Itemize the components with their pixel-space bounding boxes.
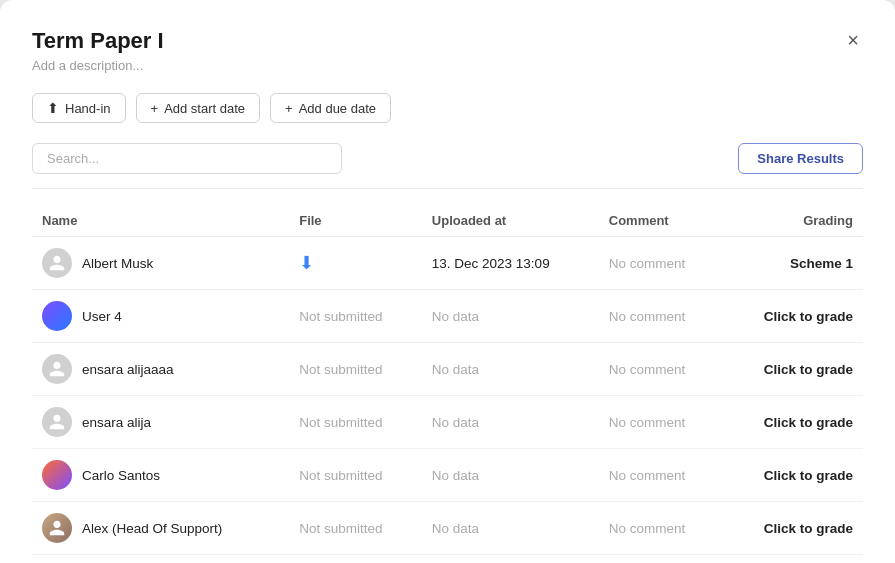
add-start-date-label: Add start date — [164, 101, 245, 116]
uploaded-at-cell: No data — [422, 502, 599, 555]
grading-cell: 1 — [723, 555, 863, 564]
table-row: User 4 Not submitted No data No comment … — [32, 290, 863, 343]
click-to-grade[interactable]: Click to grade — [764, 362, 853, 377]
grading-cell: Scheme 1 — [723, 237, 863, 290]
name-cell: ensara alijaaaa — [32, 343, 289, 396]
file-cell: ⬇ — [289, 555, 422, 564]
uploaded-at-cell: No data — [422, 290, 599, 343]
add-due-date-button[interactable]: + Add due date — [270, 93, 391, 123]
close-button[interactable]: × — [843, 28, 863, 52]
scheme-label: Scheme 1 — [790, 256, 853, 271]
grading-cell[interactable]: Click to grade — [723, 343, 863, 396]
comment-cell: No comment — [599, 343, 723, 396]
not-submitted-label: Not submitted — [299, 415, 382, 430]
file-cell: Not submitted — [289, 396, 422, 449]
comment-cell: No comment — [599, 555, 723, 564]
col-uploaded-at: Uploaded at — [422, 205, 599, 237]
student-name: Carlo Santos — [82, 468, 160, 483]
table-row: ensara alija Not submitted No data No co… — [32, 396, 863, 449]
avatar — [42, 460, 72, 490]
avatar — [42, 513, 72, 543]
grading-cell[interactable]: Click to grade — [723, 502, 863, 555]
comment-cell: No comment — [599, 237, 723, 290]
col-grading: Grading — [723, 205, 863, 237]
table-row: ensara alijaaaa Not submitted No data No… — [32, 343, 863, 396]
file-cell: ⬇ — [289, 237, 422, 290]
uploaded-at-cell: 13. Dec 2023 13:09 — [422, 237, 599, 290]
action-bar: ⬆ Hand-in + Add start date + Add due dat… — [32, 93, 863, 123]
uploaded-at-cell: No data — [422, 449, 599, 502]
comment-cell: No comment — [599, 396, 723, 449]
not-submitted-label: Not submitted — [299, 362, 382, 377]
table-row: Alex (Head Of Support) Not submitted No … — [32, 502, 863, 555]
hand-in-icon: ⬆ — [47, 100, 59, 116]
hand-in-label: Hand-in — [65, 101, 111, 116]
modal-title: Term Paper I — [32, 28, 164, 54]
click-to-grade[interactable]: Click to grade — [764, 521, 853, 536]
click-to-grade[interactable]: Click to grade — [764, 415, 853, 430]
click-to-grade[interactable]: Click to grade — [764, 309, 853, 324]
click-to-grade[interactable]: Click to grade — [764, 468, 853, 483]
name-cell: Carlo Santos — [32, 449, 289, 502]
file-cell: Not submitted — [289, 343, 422, 396]
add-start-date-button[interactable]: + Add start date — [136, 93, 261, 123]
table-header-row: Name File Uploaded at Comment Grading — [32, 205, 863, 237]
file-cell: Not submitted — [289, 449, 422, 502]
comment-cell: No comment — [599, 449, 723, 502]
not-submitted-label: Not submitted — [299, 309, 382, 324]
file-cell: Not submitted — [289, 502, 422, 555]
avatar — [42, 248, 72, 278]
student-name: ensara alija — [82, 415, 151, 430]
student-name: Albert Musk — [82, 256, 153, 271]
student-name: ensara alijaaaa — [82, 362, 174, 377]
uploaded-at-cell: 10. Jan 2024 11:54 — [422, 555, 599, 564]
name-cell: User 4 — [32, 290, 289, 343]
uploaded-at-cell: No data — [422, 396, 599, 449]
file-cell: Not submitted — [289, 290, 422, 343]
add-due-date-label: Add due date — [299, 101, 376, 116]
share-results-button[interactable]: Share Results — [738, 143, 863, 174]
description-text[interactable]: Add a description... — [32, 58, 863, 73]
col-name: Name — [32, 205, 289, 237]
table-row: Carlo Santos Not submitted No data No co… — [32, 449, 863, 502]
uploaded-at-cell: No data — [422, 343, 599, 396]
name-cell: Albert Musk — [32, 237, 289, 290]
avatar — [42, 301, 72, 331]
table-row: Dave van den Brandt ⬇ 10. Jan 2024 11:54… — [32, 555, 863, 564]
name-cell: Dave van den Brandt — [32, 555, 289, 564]
comment-cell: No comment — [599, 502, 723, 555]
student-name: User 4 — [82, 309, 122, 324]
table-row: Albert Musk ⬇ 13. Dec 2023 13:09 No comm… — [32, 237, 863, 290]
download-icon[interactable]: ⬇ — [299, 253, 314, 273]
student-name: Alex (Head Of Support) — [82, 521, 222, 536]
grading-cell[interactable]: Click to grade — [723, 449, 863, 502]
name-cell: ensara alija — [32, 396, 289, 449]
not-submitted-label: Not submitted — [299, 468, 382, 483]
comment-cell: No comment — [599, 290, 723, 343]
col-comment: Comment — [599, 205, 723, 237]
add-start-date-icon: + — [151, 101, 159, 116]
grading-cell[interactable]: Click to grade — [723, 290, 863, 343]
name-cell: Alex (Head Of Support) — [32, 502, 289, 555]
avatar — [42, 407, 72, 437]
toolbar: Share Results — [32, 143, 863, 189]
col-file: File — [289, 205, 422, 237]
grading-cell[interactable]: Click to grade — [723, 396, 863, 449]
not-submitted-label: Not submitted — [299, 521, 382, 536]
modal: Term Paper I × Add a description... ⬆ Ha… — [0, 0, 895, 563]
modal-header: Term Paper I × — [32, 28, 863, 54]
submissions-table: Name File Uploaded at Comment Grading Al… — [32, 205, 863, 563]
search-input[interactable] — [32, 143, 342, 174]
avatar — [42, 354, 72, 384]
add-due-date-icon: + — [285, 101, 293, 116]
hand-in-button[interactable]: ⬆ Hand-in — [32, 93, 126, 123]
